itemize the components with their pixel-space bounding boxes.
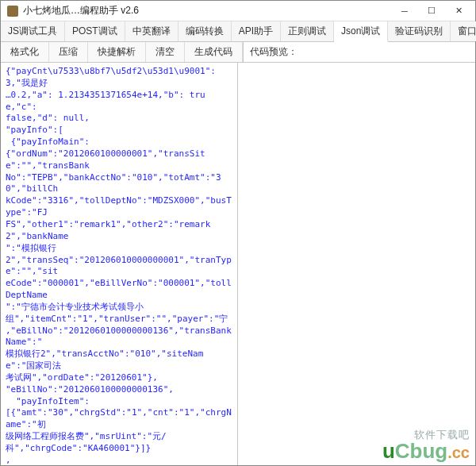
minimize-button[interactable]: ─	[391, 2, 418, 21]
tab-regex[interactable]: 正则调试	[281, 21, 334, 41]
gencode-button[interactable]: 生成代码	[185, 42, 243, 62]
toolbar-left: 格式化 压缩 快捷解析 清空 生成代码	[1, 42, 243, 62]
toolbar-right: 代码预览：	[243, 42, 475, 62]
main-tabs: JS调试工具 POST调试 中英翻译 编码转换 API助手 正则调试 Json调…	[1, 21, 475, 42]
quickparse-button[interactable]: 快捷解析	[88, 42, 146, 62]
json-editor[interactable]: {"payCnt\u7533\u8bf7\u5df2\u53d1\u9001":…	[1, 63, 238, 465]
compress-button[interactable]: 压缩	[49, 42, 88, 62]
tab-api-helper[interactable]: API助手	[232, 21, 281, 41]
app-window: 小七烤地瓜…编程助手 v2.6 ─ ☐ ✕ JS调试工具 POST调试 中英翻译…	[0, 0, 476, 466]
close-button[interactable]: ✕	[445, 2, 472, 21]
format-button[interactable]: 格式化	[1, 42, 49, 62]
titlebar: 小七烤地瓜…编程助手 v2.6 ─ ☐ ✕	[1, 1, 475, 21]
tab-window-probe[interactable]: 窗口探测	[451, 21, 476, 41]
window-title: 小七烤地瓜…编程助手 v2.6	[23, 4, 391, 17]
tab-post-debug[interactable]: POST调试	[65, 21, 125, 41]
maximize-button[interactable]: ☐	[418, 2, 445, 21]
json-toolbar: 格式化 压缩 快捷解析 清空 生成代码 代码预览：	[1, 42, 475, 63]
window-controls: ─ ☐ ✕	[391, 2, 472, 21]
tab-json[interactable]: Json调试	[334, 21, 388, 42]
tab-js-debug[interactable]: JS调试工具	[1, 21, 65, 41]
tab-captcha[interactable]: 验证码识别	[388, 21, 451, 41]
preview-label: 代码预览：	[250, 45, 298, 59]
app-icon	[7, 6, 18, 17]
clear-button[interactable]: 清空	[146, 42, 185, 62]
content-area: {"payCnt\u7533\u8bf7\u5df2\u53d1\u9001":…	[1, 63, 475, 465]
tab-encode[interactable]: 编码转换	[178, 21, 232, 41]
tab-translate[interactable]: 中英翻译	[125, 21, 178, 41]
code-preview[interactable]	[238, 63, 475, 465]
